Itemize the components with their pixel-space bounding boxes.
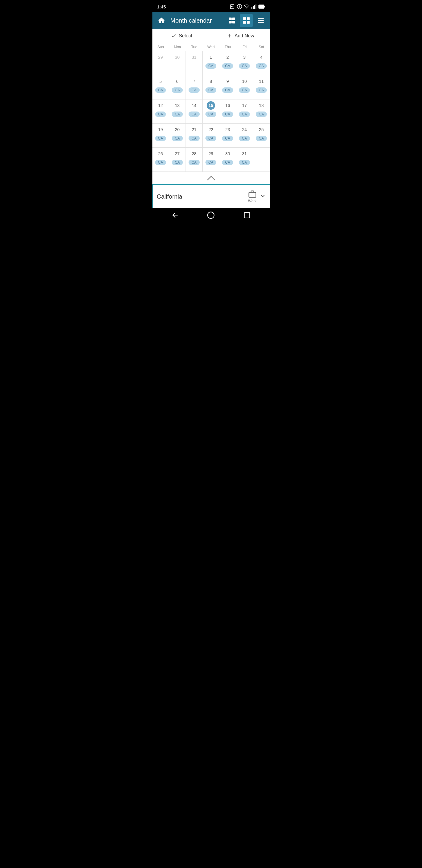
recents-button[interactable] xyxy=(240,209,254,222)
calendar-badge: CA xyxy=(239,63,250,69)
calendar-badge: CA xyxy=(189,160,200,165)
collapse-button[interactable] xyxy=(153,172,270,184)
calendar-cell[interactable]: 10CA xyxy=(236,75,253,99)
calendar-cell[interactable]: 1CA xyxy=(203,51,220,75)
svg-rect-21 xyxy=(247,21,250,24)
status-bar: 1:45 xyxy=(153,0,270,12)
calendar-cell[interactable]: 2CA xyxy=(219,51,236,75)
calendar-date: 19 xyxy=(156,125,165,134)
calendar-cell[interactable]: 31CA xyxy=(236,148,253,172)
calendar-cell[interactable]: 30CA xyxy=(169,51,186,75)
chevron-down-icon xyxy=(259,192,266,199)
calendar-cell[interactable]: 4CA xyxy=(253,51,270,75)
calendar-badge: CA xyxy=(172,135,183,141)
calendar-cell[interactable]: 9CA xyxy=(219,75,236,99)
calendar-cell[interactable]: CA xyxy=(253,148,270,172)
svg-rect-0 xyxy=(230,4,234,9)
calendar-badge: CA xyxy=(205,87,217,93)
chevron-up-icon xyxy=(207,176,215,181)
calendar-date: 29 xyxy=(207,150,215,158)
list-view-button[interactable] xyxy=(254,14,267,27)
panel-chevron-button[interactable] xyxy=(259,192,266,201)
grid-small-view-button[interactable] xyxy=(225,14,238,27)
calendar-badge: CA xyxy=(189,135,200,141)
calendar-date: 15 xyxy=(207,101,215,110)
calendar-date: 9 xyxy=(224,77,232,86)
calendar-date: 23 xyxy=(224,125,232,134)
list-icon xyxy=(257,17,265,24)
day-header-tue: Tue xyxy=(186,43,203,51)
calendar-cell[interactable]: 12CA xyxy=(153,99,169,124)
calendar-cell[interactable]: 18CA xyxy=(253,99,270,124)
calendar-date: 28 xyxy=(190,150,198,158)
home-icon xyxy=(158,17,165,24)
calendar-cell[interactable]: 11CA xyxy=(253,75,270,99)
page-title: Month calendar xyxy=(168,17,225,24)
calendar-cell[interactable]: 7CA xyxy=(186,75,203,99)
briefcase-icon xyxy=(248,190,257,198)
calendar-badge: CA xyxy=(155,160,166,165)
calendar-badge: CA xyxy=(256,112,267,117)
svg-point-6 xyxy=(246,7,247,8)
calendar-badge: CA xyxy=(239,135,250,141)
calendar-cell[interactable]: 13CA xyxy=(169,99,186,124)
calendar-cell[interactable]: 17CA xyxy=(236,99,253,124)
calendar-date: 10 xyxy=(240,77,249,86)
calendar-cell[interactable]: 14CA xyxy=(186,99,203,124)
svg-rect-15 xyxy=(232,18,235,20)
plus-icon xyxy=(227,33,232,38)
calendar-cell[interactable]: 27CA xyxy=(169,148,186,172)
day-header-sat: Sat xyxy=(253,43,270,51)
calendar-date: 2 xyxy=(224,53,232,61)
calendar-date: 17 xyxy=(240,101,249,110)
svg-rect-12 xyxy=(264,6,265,7)
svg-rect-22 xyxy=(258,18,264,19)
back-button[interactable] xyxy=(168,209,182,222)
grid-large-view-button[interactable] xyxy=(240,14,253,27)
calendar-cell[interactable]: 29CA xyxy=(153,51,169,75)
calendar-date: 14 xyxy=(190,101,198,110)
calendar-date: 8 xyxy=(207,77,215,86)
add-new-button[interactable]: Add New xyxy=(211,29,270,43)
svg-rect-10 xyxy=(255,4,256,9)
calendar-cell[interactable]: 6CA xyxy=(169,75,186,99)
bottom-panel: California Work xyxy=(153,184,270,208)
calendar-badge: CA xyxy=(172,87,183,93)
calendar-cell[interactable]: 26CA xyxy=(153,148,169,172)
svg-rect-23 xyxy=(258,20,264,21)
calendar-cell[interactable]: 16CA xyxy=(219,99,236,124)
calendar-cell[interactable]: 25CA xyxy=(253,124,270,148)
calendar-cell[interactable]: 28CA xyxy=(186,148,203,172)
home-button[interactable] xyxy=(155,14,168,27)
calendar-cell[interactable]: 20CA xyxy=(169,124,186,148)
calendar-cell[interactable]: 31CA xyxy=(186,51,203,75)
calendar-date: 1 xyxy=(207,53,215,61)
day-header-sun: Sun xyxy=(153,43,169,51)
calendar-badge: CA xyxy=(239,87,250,93)
calendar-badge: CA xyxy=(205,112,217,117)
calendar-date: 21 xyxy=(190,125,198,134)
day-header-fri: Fri xyxy=(236,43,253,51)
calendar-date: 26 xyxy=(156,150,165,158)
calendar-cell[interactable]: 3CA xyxy=(236,51,253,75)
calendar-date: 6 xyxy=(173,77,182,86)
sim-icon xyxy=(230,4,235,9)
calendar-cell[interactable]: 29CA xyxy=(203,148,220,172)
calendar-cell[interactable]: 30CA xyxy=(219,148,236,172)
calendar-cell[interactable]: 21CA xyxy=(186,124,203,148)
home-nav-button[interactable] xyxy=(204,209,218,222)
calendar-cell[interactable]: 22CA xyxy=(203,124,220,148)
calendar-badge: CA xyxy=(205,135,217,141)
calendar-cell[interactable]: 23CA xyxy=(219,124,236,148)
battery-icon xyxy=(258,4,265,9)
calendar-badge: CA xyxy=(222,112,233,117)
svg-rect-19 xyxy=(247,17,250,20)
work-calendar-button[interactable]: Work xyxy=(248,190,257,203)
calendar-cell[interactable]: 5CA xyxy=(153,75,169,99)
calendar-cell[interactable]: 19CA xyxy=(153,124,169,148)
calendar-cell[interactable]: 24CA xyxy=(236,124,253,148)
select-button[interactable]: Select xyxy=(153,29,212,43)
day-headers: Sun Mon Tue Wed Thu Fri Sat xyxy=(153,43,270,51)
calendar-cell[interactable]: 15CA xyxy=(203,99,220,124)
calendar-cell[interactable]: 8CA xyxy=(203,75,220,99)
